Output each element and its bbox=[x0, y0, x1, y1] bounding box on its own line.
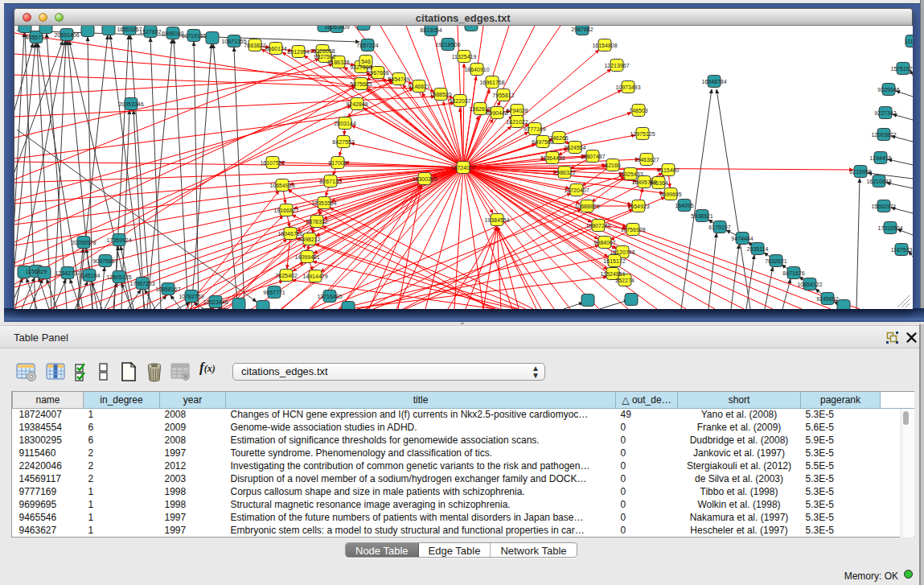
svg-text:546: 546 bbox=[361, 59, 371, 64]
svg-text:21364436: 21364436 bbox=[540, 155, 565, 161]
svg-text:8454749: 8454749 bbox=[388, 76, 409, 82]
svg-text:20691406: 20691406 bbox=[54, 32, 79, 38]
svg-text:14099481: 14099481 bbox=[294, 254, 319, 260]
svg-text:18807249: 18807249 bbox=[585, 223, 610, 229]
svg-text:20206578: 20206578 bbox=[71, 240, 96, 245]
svg-text:10025433: 10025433 bbox=[618, 171, 643, 177]
svg-text:10756928: 10756928 bbox=[620, 227, 645, 233]
svg-text:5938921: 5938921 bbox=[691, 213, 713, 219]
svg-text:20053346: 20053346 bbox=[118, 101, 143, 107]
svg-text:9474444: 9474444 bbox=[731, 236, 753, 241]
svg-text:9327502: 9327502 bbox=[314, 54, 335, 60]
svg-text:16107552: 16107552 bbox=[260, 160, 285, 166]
svg-text:7663822: 7663822 bbox=[244, 43, 265, 48]
svg-text:10858167: 10858167 bbox=[155, 286, 180, 292]
svg-text:1588520: 1588520 bbox=[429, 92, 451, 97]
svg-text:1145194: 1145194 bbox=[79, 273, 101, 278]
svg-text:14914479: 14914479 bbox=[302, 274, 327, 279]
svg-text:13716485: 13716485 bbox=[317, 294, 342, 299]
svg-text:19166827: 19166827 bbox=[273, 208, 298, 213]
svg-text:10719155: 10719155 bbox=[181, 33, 206, 39]
svg-text:1244415: 1244415 bbox=[869, 155, 891, 161]
svg-text:946364: 946364 bbox=[649, 180, 667, 186]
svg-text:9242848: 9242848 bbox=[346, 101, 368, 107]
svg-text:817006: 817006 bbox=[328, 160, 347, 166]
svg-text:9245652: 9245652 bbox=[816, 296, 838, 302]
svg-text:2803144: 2803144 bbox=[334, 121, 355, 126]
svg-text:17359924: 17359924 bbox=[106, 237, 131, 243]
svg-text:4055712: 4055712 bbox=[25, 35, 47, 40]
svg-text:18300295: 18300295 bbox=[412, 176, 437, 182]
svg-text:9657771: 9657771 bbox=[263, 290, 285, 295]
svg-text:7632621: 7632621 bbox=[765, 258, 786, 264]
svg-text:16053809: 16053809 bbox=[324, 26, 349, 30]
svg-text:16548784: 16548784 bbox=[701, 79, 726, 84]
svg-text:19463627: 19463627 bbox=[634, 157, 659, 163]
svg-text:15226058: 15226058 bbox=[310, 48, 335, 54]
svg-text:16961758: 16961758 bbox=[479, 80, 504, 85]
svg-text:6179197: 6179197 bbox=[708, 225, 730, 230]
svg-text:16553267: 16553267 bbox=[117, 27, 142, 32]
svg-text:17016504: 17016504 bbox=[877, 225, 902, 231]
svg-text:748503: 748503 bbox=[629, 108, 647, 113]
svg-text:19218506: 19218506 bbox=[435, 42, 460, 47]
svg-text:15692971: 15692971 bbox=[871, 204, 896, 209]
svg-text:1654923: 1654923 bbox=[627, 204, 649, 209]
svg-text:12353594: 12353594 bbox=[311, 200, 336, 206]
svg-text:164095: 164095 bbox=[675, 203, 693, 208]
svg-text:16046786: 16046786 bbox=[277, 231, 302, 237]
svg-text:12505135: 12505135 bbox=[106, 274, 131, 280]
svg-text:252274: 252274 bbox=[615, 278, 634, 283]
svg-text:9084067: 9084067 bbox=[593, 240, 615, 245]
svg-text:16154808: 16154808 bbox=[592, 43, 617, 48]
svg-text:7955812: 7955812 bbox=[492, 93, 514, 98]
svg-text:18724007: 18724007 bbox=[450, 165, 475, 171]
svg-text:7857224: 7857224 bbox=[356, 43, 378, 48]
svg-text:9699695: 9699695 bbox=[659, 192, 681, 197]
svg-text:10654122: 10654122 bbox=[797, 282, 822, 287]
svg-text:10688609: 10688609 bbox=[574, 204, 599, 209]
svg-text:90975887: 90975887 bbox=[92, 258, 117, 264]
svg-text:17957253: 17957253 bbox=[129, 281, 154, 286]
svg-text:7986322: 7986322 bbox=[553, 170, 575, 175]
svg-text:3624554: 3624554 bbox=[564, 145, 585, 150]
svg-text:5878332: 5878332 bbox=[306, 219, 327, 225]
svg-text:8427552: 8427552 bbox=[332, 139, 354, 145]
svg-text:15720407: 15720407 bbox=[564, 187, 589, 193]
svg-text:16120746: 16120746 bbox=[610, 249, 634, 255]
svg-text:2087682: 2087682 bbox=[571, 27, 593, 32]
svg-text:6794028: 6794028 bbox=[506, 108, 528, 113]
svg-text:11325419: 11325419 bbox=[452, 54, 477, 60]
svg-text:9227342: 9227342 bbox=[874, 110, 896, 116]
svg-text:13524851: 13524851 bbox=[600, 271, 625, 277]
svg-text:11121: 11121 bbox=[905, 39, 913, 44]
svg-text:9115460: 9115460 bbox=[658, 167, 680, 173]
svg-text:8912954: 8912954 bbox=[287, 49, 309, 55]
svg-text:8267130: 8267130 bbox=[319, 179, 341, 184]
svg-text:1527602: 1527602 bbox=[139, 29, 161, 35]
svg-text:1156829: 1156829 bbox=[26, 269, 47, 274]
svg-text:10654933: 10654933 bbox=[269, 183, 294, 188]
svg-text:8186328: 8186328 bbox=[327, 60, 349, 65]
svg-text:1615172: 1615172 bbox=[603, 258, 625, 264]
svg-text:8471676: 8471676 bbox=[782, 270, 804, 276]
svg-text:6215958: 6215958 bbox=[849, 169, 871, 175]
svg-text:7625402: 7625402 bbox=[275, 273, 297, 278]
svg-text:12342737: 12342737 bbox=[55, 270, 80, 276]
svg-text:2967608: 2967608 bbox=[367, 70, 388, 76]
svg-text:10782759: 10782759 bbox=[179, 294, 203, 299]
svg-text:1621022: 1621022 bbox=[506, 119, 528, 125]
svg-text:18640910: 18640910 bbox=[464, 67, 489, 72]
svg-text:2935114: 2935114 bbox=[747, 246, 769, 252]
svg-text:62160: 62160 bbox=[605, 163, 621, 168]
svg-text:8813054: 8813054 bbox=[420, 27, 441, 33]
svg-text:5822037: 5822037 bbox=[449, 98, 470, 104]
svg-text:12023446: 12023446 bbox=[203, 299, 228, 305]
svg-text:12213967: 12213967 bbox=[604, 63, 629, 68]
svg-text:10973493: 10973493 bbox=[615, 84, 640, 90]
svg-text:8990448: 8990448 bbox=[486, 110, 507, 116]
svg-text:10807487: 10807487 bbox=[580, 154, 605, 159]
svg-text:746266: 746266 bbox=[549, 135, 568, 141]
svg-text:9327508: 9327508 bbox=[350, 64, 372, 70]
svg-text:9329946: 9329946 bbox=[877, 87, 899, 93]
